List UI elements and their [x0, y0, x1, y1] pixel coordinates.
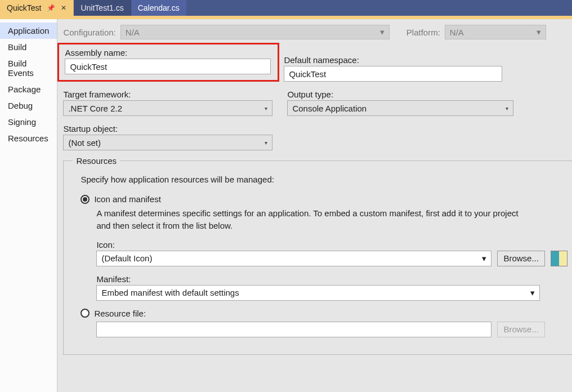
chevron-down-icon: ▾ [506, 105, 508, 112]
chevron-down-icon: ▾ [380, 27, 385, 37]
tab-label: QuickTest [7, 3, 41, 12]
target-framework-select[interactable]: .NET Core 2.2 ▾ [63, 100, 272, 116]
browse-icon-button[interactable]: Browse... [497, 251, 545, 266]
resource-file-input [96, 322, 491, 337]
configuration-select[interactable]: N/A ▾ [120, 25, 390, 39]
chevron-down-icon: ▾ [530, 288, 535, 298]
chevron-down-icon: ▾ [482, 253, 486, 264]
property-page-sidebar: Application Build Build Events Package D… [0, 19, 57, 392]
assembly-name-input[interactable] [65, 59, 271, 74]
startup-object-label: Startup object: [63, 124, 272, 133]
icon-preview-swatch [551, 251, 567, 266]
icon-select[interactable]: (Default Icon) ▾ [96, 251, 491, 266]
sidebar-item-build-events[interactable]: Build Events [0, 55, 57, 81]
target-framework-label: Target framework: [63, 90, 272, 99]
tab-label: Calendar.cs [138, 3, 180, 12]
config-row: Configuration: N/A ▾ Platform: N/A ▾ [57, 19, 572, 46]
default-namespace-label: Default namespace: [284, 55, 502, 65]
sidebar-item-application[interactable]: Application [0, 23, 57, 39]
radio-resource-file[interactable] [81, 309, 90, 318]
tab-unittest1[interactable]: UnitTest1.cs [74, 0, 131, 16]
assembly-name-label: Assembly name: [65, 48, 271, 57]
resources-description: Specify how application resources will b… [81, 175, 567, 184]
manifest-description: A manifest determines specific settings … [96, 207, 524, 232]
chevron-down-icon: ▾ [265, 105, 267, 112]
sidebar-item-package[interactable]: Package [0, 81, 57, 97]
default-namespace-input[interactable] [284, 66, 502, 82]
tab-quicktest[interactable]: QuickTest 📌 ✕ [0, 0, 74, 16]
close-icon[interactable]: ✕ [61, 4, 66, 12]
sidebar-item-signing[interactable]: Signing [0, 114, 57, 130]
chevron-down-icon: ▾ [265, 140, 267, 146]
configuration-label: Configuration: [63, 28, 115, 37]
chevron-down-icon: ▾ [537, 27, 541, 37]
pin-icon[interactable]: 📌 [47, 4, 55, 12]
output-type-select[interactable]: Console Application ▾ [287, 100, 513, 116]
startup-object-select[interactable]: (Not set) ▾ [63, 135, 272, 150]
tab-calendar[interactable]: Calendar.cs [131, 0, 187, 16]
sidebar-item-resources[interactable]: Resources [0, 130, 57, 146]
tab-strip: QuickTest 📌 ✕ UnitTest1.cs Calendar.cs [0, 0, 572, 16]
resources-legend: Resources [73, 156, 120, 166]
manifest-select[interactable]: Embed manifest with default settings ▾ [96, 285, 540, 301]
output-type-label: Output type: [287, 90, 513, 99]
resources-group: Resources Specify how application resour… [63, 156, 572, 355]
tab-label: UnitTest1.cs [81, 3, 123, 12]
radio-icon-manifest-label: Icon and manifest [94, 194, 160, 204]
browse-resource-file-button: Browse... [497, 322, 545, 337]
assembly-name-highlight: Assembly name: [57, 43, 279, 82]
radio-resource-file-label: Resource file: [94, 309, 146, 318]
manifest-field-label: Manifest: [96, 274, 567, 284]
icon-label: Icon: [96, 240, 567, 250]
platform-label: Platform: [406, 28, 440, 37]
sidebar-item-debug[interactable]: Debug [0, 97, 57, 114]
sidebar-item-build[interactable]: Build [0, 39, 57, 55]
platform-select[interactable]: N/A ▾ [445, 25, 546, 39]
radio-icon-manifest[interactable] [81, 195, 90, 204]
